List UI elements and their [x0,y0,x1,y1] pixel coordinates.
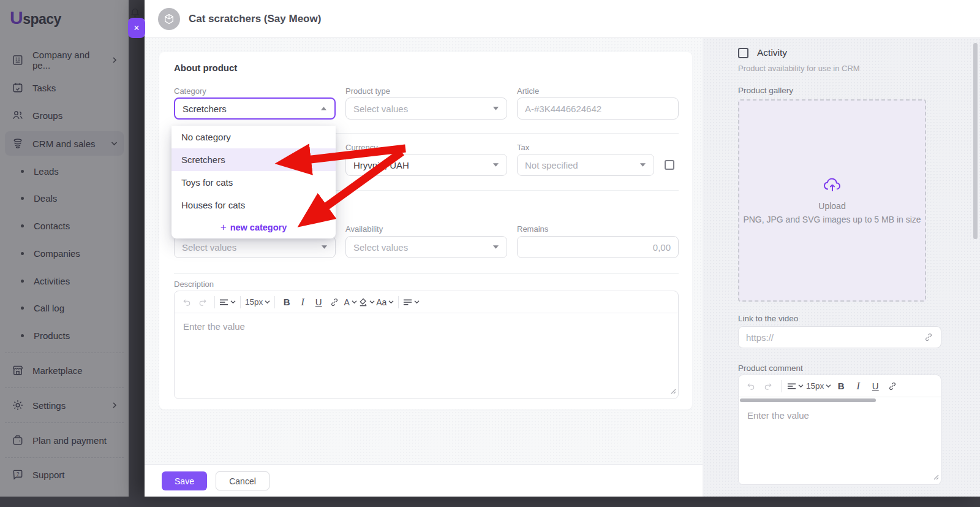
product-type-placeholder: Select values [353,104,408,114]
underline-button[interactable]: U [311,294,326,310]
dropdown-option-selected[interactable]: Scretchers [172,148,336,171]
description-toolbar: 15px B I U A Aa [175,291,678,313]
new-category-button[interactable]: + new category [172,216,336,238]
currency-value: Hryvnia, UAH [353,160,409,170]
redo-button[interactable] [195,294,210,310]
chevron-down-icon [388,300,394,304]
description-label: Description [174,280,214,289]
plus-icon: + [221,221,227,234]
link-icon [888,381,897,391]
undo-button[interactable] [744,378,758,394]
product-type-select[interactable]: Select values [345,97,507,120]
video-link-field [738,326,941,348]
currency-select[interactable]: Hryvnia, UAH [345,154,507,176]
tax-checkbox[interactable] [665,160,674,170]
text-color-button[interactable]: A [343,294,358,310]
new-category-label: new category [230,223,287,232]
resize-handle[interactable] [933,471,939,482]
toolbar-separator [781,380,782,392]
chevron-down-icon [369,300,375,304]
toolbar-separator [240,296,241,308]
font-size-button[interactable]: 15px [806,378,831,394]
redo-button[interactable] [761,378,775,394]
cloud-upload-icon [823,177,842,193]
vertical-scrollbar[interactable] [973,43,978,239]
remains-label: Remains [517,224,548,234]
product-modal: Cat scratchers (Say Meow) Activity Produ… [145,0,980,497]
font-size-button[interactable]: 15px [245,294,270,310]
toolbar-separator [274,296,275,308]
description-input-area[interactable]: Enter the value [175,313,678,340]
italic-button[interactable]: I [851,378,865,394]
article-label: Article [517,86,539,96]
upload-title: Upload [818,201,845,211]
link-button[interactable] [327,294,342,310]
align-button[interactable] [787,378,804,394]
dropdown-option[interactable]: Houses for cats [172,194,336,216]
section-title: About product [174,63,237,73]
video-link-label: Link to the video [738,314,798,323]
gallery-label: Product gallery [738,86,793,95]
unit-select[interactable]: Select values [174,236,336,258]
currency-label: Currency [345,143,378,152]
chevron-down-icon [230,300,236,304]
tax-placeholder: Not specified [525,160,578,170]
product-comment-editor: 15px B I U Enter the value [738,375,941,485]
cube-icon [163,13,175,25]
link-button[interactable] [885,378,900,394]
section-divider [174,273,679,274]
resize-handle[interactable] [671,386,676,397]
align-button[interactable] [219,294,236,310]
category-value: Scretchers [183,104,227,114]
video-link-input[interactable] [746,332,924,343]
list-button[interactable] [403,294,420,310]
modal-footer: Save Cancel [145,464,703,497]
upload-hint: PNG, JPG and SVG images up to 5 MB in si… [743,215,921,224]
remains-input[interactable] [525,242,671,253]
right-panel: Activity Product availability for use in… [703,38,980,497]
comment-input-area[interactable]: Enter the value [739,402,941,429]
undo-button[interactable] [179,294,194,310]
bold-button[interactable]: B [279,294,294,310]
chevron-down-icon [265,300,270,304]
toolbar-separator [214,296,215,308]
dropdown-option[interactable]: Toys for cats [172,171,336,194]
availability-select[interactable]: Select values [345,236,507,258]
highlight-button[interactable] [359,294,375,310]
chevron-down-icon [826,384,831,388]
description-placeholder: Enter the value [183,321,245,332]
comment-toolbar: 15px B I U [739,375,941,397]
activity-row: Activity [738,47,787,58]
product-avatar [158,8,180,30]
activity-checkbox[interactable] [738,48,748,58]
caret-up-icon [320,106,327,111]
tax-select[interactable]: Not specified [517,154,654,176]
cancel-button[interactable]: Cancel [216,471,270,490]
chevron-down-icon [352,300,357,304]
save-button[interactable]: Save [162,471,207,490]
product-type-label: Product type [345,86,390,96]
remains-field [517,236,679,258]
tax-label: Tax [517,143,529,152]
unit-placeholder: Select values [182,242,236,253]
dropdown-option[interactable]: No category [172,126,336,148]
caret-down-icon [321,245,328,250]
bold-button[interactable]: B [834,378,848,394]
activity-hint: Product availability for use in CRM [738,64,860,73]
description-editor: 15px B I U A Aa Enter the value [174,291,679,399]
comment-placeholder: Enter the value [747,410,809,421]
link-icon [330,297,339,307]
availability-placeholder: Select values [353,242,408,253]
upload-dropzone[interactable]: Upload PNG, JPG and SVG images up to 5 M… [738,99,926,302]
underline-button[interactable]: U [868,378,883,394]
italic-button[interactable]: I [295,294,310,310]
caret-down-icon [492,106,499,111]
caret-down-icon [492,162,499,167]
article-input[interactable] [525,104,671,114]
text-case-button[interactable]: Aa [376,294,394,310]
category-select[interactable]: Scretchers [174,97,336,120]
article-field [517,97,679,120]
close-button[interactable]: × [128,18,145,38]
highlight-icon [359,298,368,307]
category-dropdown: No category Scretchers Toys for cats Hou… [172,126,336,238]
